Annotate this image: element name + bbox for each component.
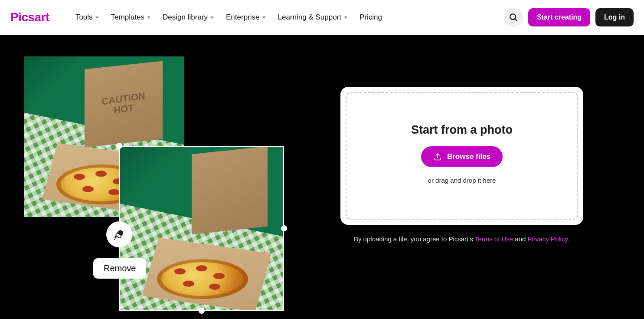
main-nav: Tools Templates Design library Enterpris… [75, 13, 495, 22]
nav-pricing[interactable]: Pricing [360, 13, 382, 22]
login-button[interactable]: Log in [595, 8, 634, 26]
eraser-tool-button[interactable] [106, 221, 132, 247]
nav-label: Pricing [360, 13, 382, 22]
nav-learning-support[interactable]: Learning & Support [278, 13, 348, 22]
browse-label: Browse files [447, 152, 490, 161]
privacy-link[interactable]: Privacy Policy [528, 235, 568, 243]
selection-handle[interactable] [116, 143, 122, 149]
terms-link[interactable]: Terms of Use [475, 235, 513, 243]
chevron-down-icon [95, 16, 99, 19]
svg-point-4 [114, 239, 115, 240]
nav-label: Templates [111, 13, 144, 22]
nav-label: Enterprise [226, 13, 259, 22]
brand-logo[interactable]: Picsart [10, 10, 49, 24]
main-header: Picsart Tools Templates Design library E… [0, 0, 644, 35]
chevron-down-icon [344, 16, 347, 19]
box-warning-text: CAUTION HOT [101, 91, 146, 118]
nav-templates[interactable]: Templates [111, 13, 150, 22]
selection-handle[interactable] [281, 225, 287, 231]
upload-disclaimer: By uploading a file, you agree to Picsar… [340, 235, 583, 243]
chevron-down-icon [262, 16, 266, 19]
selection-handle[interactable] [199, 308, 205, 314]
demo-preview: CAUTION HOT [24, 56, 306, 317]
nav-label: Design library [163, 13, 208, 22]
upload-title: Start from a photo [411, 123, 513, 137]
upload-icon [433, 152, 442, 161]
pizza-illustration [157, 259, 248, 299]
dropzone[interactable]: Start from a photo Browse files or drag … [346, 92, 578, 220]
remove-tooltip[interactable]: Remove [93, 258, 146, 279]
nav-label: Tools [75, 13, 93, 22]
search-icon [509, 13, 518, 22]
header-actions: Start creating Log in [504, 8, 634, 27]
upload-hint: or drag and drop it here [428, 177, 496, 184]
pizza-box-lid: CAUTION HOT [85, 61, 163, 148]
upload-panel: Start from a photo Browse files or drag … [340, 56, 583, 243]
search-button[interactable] [504, 8, 523, 27]
upload-card: Start from a photo Browse files or drag … [340, 87, 583, 225]
svg-line-1 [515, 19, 517, 21]
browse-files-button[interactable]: Browse files [421, 146, 503, 167]
nav-label: Learning & Support [278, 13, 342, 22]
hero-section: CAUTION HOT [0, 35, 644, 319]
svg-point-0 [510, 14, 516, 20]
chevron-down-icon [210, 16, 214, 19]
nav-tools[interactable]: Tools [75, 13, 99, 22]
eraser-sparkle-icon [113, 228, 126, 241]
start-creating-button[interactable]: Start creating [528, 8, 590, 26]
chevron-down-icon [147, 16, 150, 19]
pizza-box-lid [192, 146, 268, 234]
nav-design-library[interactable]: Design library [163, 13, 214, 22]
after-image[interactable] [119, 146, 284, 311]
nav-enterprise[interactable]: Enterprise [226, 13, 265, 22]
